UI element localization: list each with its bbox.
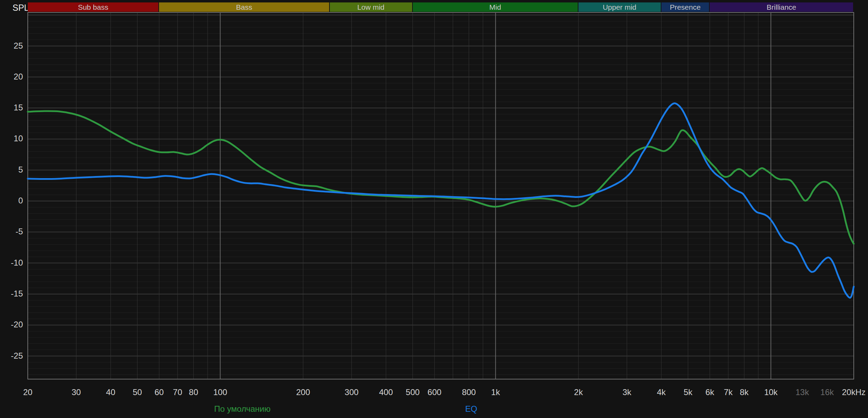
y-tick-15: 15	[0, 103, 23, 112]
y-tick-0: 0	[0, 196, 23, 206]
x-tick-1k: 1k	[476, 387, 515, 397]
y-tick--5: -5	[0, 227, 23, 236]
curve-eq[interactable]	[28, 103, 854, 298]
y-tick-5: 5	[0, 165, 23, 175]
x-tick-3k: 3k	[608, 387, 646, 397]
x-tick-20: 20	[9, 387, 47, 397]
x-tick-2k: 2k	[559, 387, 598, 397]
y-tick-10: 10	[0, 134, 23, 143]
y-tick--10: -10	[0, 258, 23, 268]
y-tick--20: -20	[0, 320, 23, 329]
x-tick-300: 300	[333, 387, 371, 397]
x-tick-100: 100	[201, 387, 239, 397]
legend-item-default[interactable]: По умолчанию	[214, 404, 270, 414]
y-tick--15: -15	[0, 289, 23, 299]
x-tick-30: 30	[57, 387, 95, 397]
x-tick-200: 200	[284, 387, 322, 397]
x-tick-20khz: 20kHz	[835, 387, 868, 397]
y-tick-20: 20	[0, 72, 23, 82]
y-tick-25: 25	[0, 41, 23, 51]
y-tick--25: -25	[0, 351, 23, 361]
x-tick-600: 600	[415, 387, 453, 397]
plot-area[interactable]	[0, 0, 868, 418]
legend-item-eq[interactable]: EQ	[465, 404, 477, 414]
